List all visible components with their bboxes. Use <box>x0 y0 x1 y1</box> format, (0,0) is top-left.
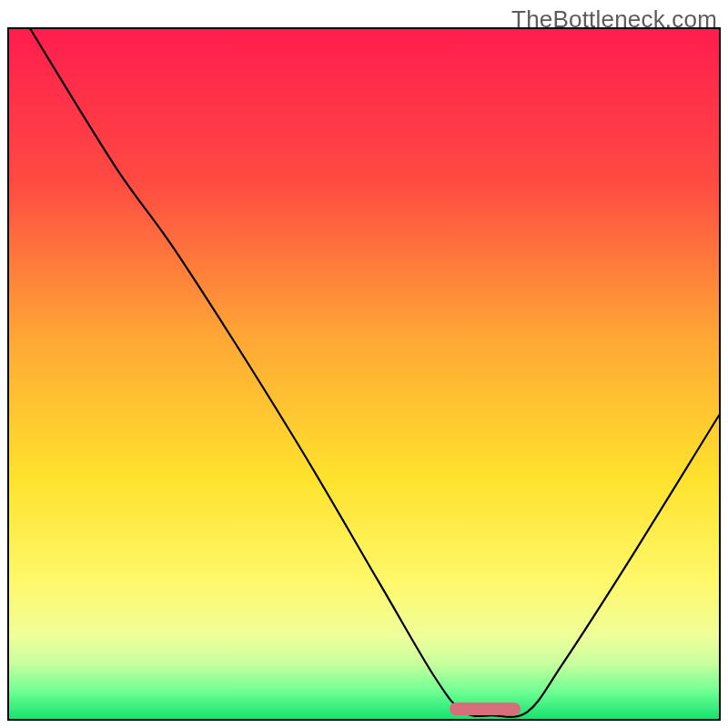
watermark-text: TheBottleneck.com <box>511 5 717 34</box>
chart-plot-area <box>7 27 721 721</box>
chart-curve <box>9 29 719 719</box>
optimal-range-marker <box>450 703 521 715</box>
chart-frame: TheBottleneck.com <box>0 0 728 728</box>
